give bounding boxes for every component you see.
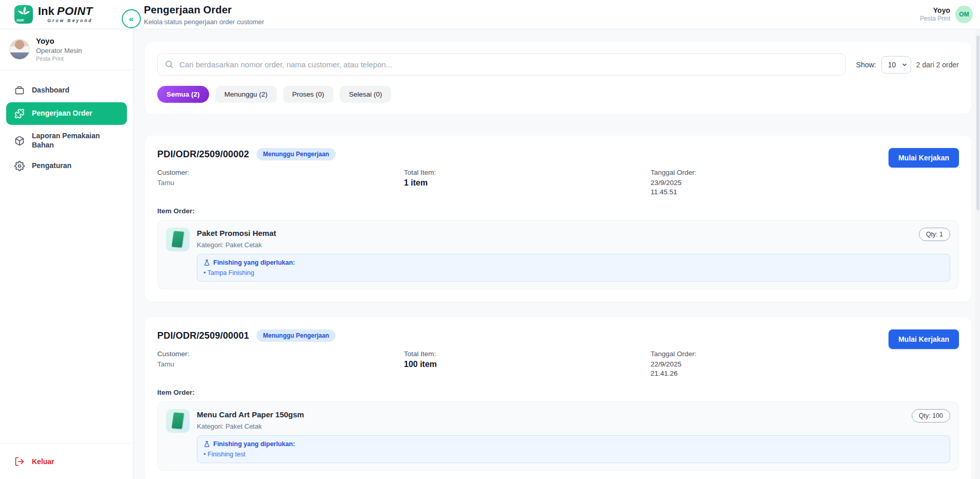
status-badge: Menunggu Pengerjaan xyxy=(256,329,336,342)
item-order-label: Item Order: xyxy=(157,207,959,215)
finishing-box: Finishing yang diperlukan: • Tampa Finis… xyxy=(197,254,950,282)
total-item-label: Total Item: xyxy=(404,169,651,176)
sidebar-divider xyxy=(0,443,133,444)
total-item-value: 100 item xyxy=(404,360,651,369)
product-thumbnail xyxy=(166,228,190,251)
order-total-block: Total Item: 1 item xyxy=(404,169,651,196)
order-customer-block: Customer: Tamu xyxy=(157,169,404,196)
profile-name: Yoyo xyxy=(36,36,82,45)
flask-icon xyxy=(204,441,210,448)
sidebar-item-pengerjaan-order[interactable]: Pengerjaan Order xyxy=(6,102,127,125)
show-label: Show: xyxy=(856,61,876,69)
puzzle-icon xyxy=(14,108,25,119)
finishing-label: Finishing yang diperlukan: xyxy=(213,259,295,266)
search-input[interactable] xyxy=(157,53,846,76)
logout-label: Keluar xyxy=(32,457,54,466)
order-total-block: Total Item: 100 item xyxy=(404,350,651,377)
start-work-button[interactable]: Mulai Kerjakan xyxy=(889,329,959,349)
topbar-user-company: Pesta Print xyxy=(920,15,950,23)
search-filter-panel: Show: 10 2 dari 2 order Semua (2) Menung… xyxy=(145,42,971,114)
customer-value: Tamu xyxy=(157,179,404,187)
order-time-value: 21.41.26 xyxy=(651,370,889,377)
finishing-item: • Finishing test xyxy=(204,451,944,458)
brand-name-primary: Ink xyxy=(38,6,54,17)
qty-badge: Qty: 1 xyxy=(919,228,950,241)
order-item-row: Paket Promosi Hemat Kategori: Paket Ceta… xyxy=(157,220,959,289)
gear-icon xyxy=(14,161,25,171)
page-subtitle: Kelola status pengerjaan order customer xyxy=(144,18,264,26)
status-filter-chips: Semua (2) Menunggu (2) Proses (0) Selesa… xyxy=(157,86,959,103)
sidebar-item-label: Laporan Pemakaian Bahan xyxy=(32,132,109,150)
status-badge: Menunggu Pengerjaan xyxy=(256,148,336,160)
customer-label: Customer: xyxy=(157,169,404,176)
qty-badge: Qty: 100 xyxy=(912,409,950,422)
order-customer-block: Customer: Tamu xyxy=(157,350,404,377)
item-name: Paket Promosi Hemat xyxy=(197,229,950,237)
order-card: PDI/ODR/2509/00001 Menunggu Pengerjaan C… xyxy=(145,317,971,479)
total-item-value: 1 item xyxy=(404,178,651,188)
sidebar: Yoyo Operator Mesin Pesta Print Dashboar… xyxy=(0,29,134,479)
logout-icon xyxy=(14,456,25,467)
sidebar-item-pengaturan[interactable]: Pengaturan xyxy=(0,155,133,177)
customer-label: Customer: xyxy=(157,350,404,358)
cube-icon xyxy=(14,136,25,146)
item-order-label: Item Order: xyxy=(157,389,959,396)
item-name: Menu Card Art Paper 150gsm xyxy=(197,410,950,419)
sidebar-item-dashboard[interactable]: Dashboard xyxy=(0,80,133,101)
sidebar-nav: Dashboard Pengerjaan Order Laporan Pemak… xyxy=(0,70,133,439)
finishing-label: Finishing yang diperlukan: xyxy=(213,440,295,448)
avatar[interactable]: OM xyxy=(955,6,973,23)
scrollbar[interactable] xyxy=(975,29,980,479)
order-item-row: Menu Card Art Paper 150gsm Kategori: Pak… xyxy=(157,401,959,471)
product-thumbnail xyxy=(166,409,190,433)
brand-logo-icon: INK xyxy=(14,5,33,24)
order-time-value: 11.45.51 xyxy=(651,188,889,196)
order-date-block: Tanggal Order: 23/9/2025 11.45.51 xyxy=(651,169,889,196)
ink-splash-icon xyxy=(17,7,30,19)
page-size-select-wrap: 10 xyxy=(881,56,911,73)
filter-chip-selesai[interactable]: Selesai (0) xyxy=(340,86,392,103)
sidebar-item-label: Dashboard xyxy=(32,86,69,95)
brand-logo: INK Ink POINT Grow Beyond xyxy=(0,5,134,24)
profile-photo xyxy=(9,39,30,60)
page-size-select[interactable]: 10 xyxy=(881,56,911,73)
sidebar-profile: Yoyo Operator Mesin Pesta Print xyxy=(0,29,133,70)
order-date-value: 22/9/2025 xyxy=(651,360,889,368)
search-box xyxy=(157,53,846,76)
filter-chip-proses[interactable]: Proses (0) xyxy=(283,86,334,103)
filter-chip-semua[interactable]: Semua (2) xyxy=(157,86,209,103)
top-bar: INK Ink POINT Grow Beyond « Pengerjaan O… xyxy=(0,0,980,29)
profile-role: Operator Mesin xyxy=(36,47,82,54)
start-work-button[interactable]: Mulai Kerjakan xyxy=(889,148,959,168)
customer-value: Tamu xyxy=(157,360,404,368)
item-category: Kategori: Paket Cetak xyxy=(197,241,950,249)
order-date-value: 23/9/2025 xyxy=(651,179,889,187)
sidebar-collapse-button[interactable]: « xyxy=(122,9,141,28)
filter-chip-menunggu[interactable]: Menunggu (2) xyxy=(215,86,277,103)
item-category: Kategori: Paket Cetak xyxy=(197,422,950,430)
order-number: PDI/ODR/2509/00002 xyxy=(157,149,249,160)
logout-button[interactable]: Keluar xyxy=(0,451,133,479)
profile-company: Pesta Print xyxy=(36,56,82,62)
flask-icon xyxy=(204,260,210,266)
brand-name-secondary: POINT xyxy=(57,6,93,17)
result-count: 2 dari 2 order xyxy=(916,61,959,69)
order-date-label: Tanggal Order: xyxy=(651,169,889,176)
order-number: PDI/ODR/2509/00001 xyxy=(157,330,249,341)
sidebar-item-label: Pengerjaan Order xyxy=(32,109,93,118)
brand-icon-label: INK xyxy=(16,18,24,23)
sidebar-item-label: Pengaturan xyxy=(32,161,71,171)
finishing-box: Finishing yang diperlukan: • Finishing t… xyxy=(197,435,950,463)
page-title: Pengerjaan Order xyxy=(144,4,264,16)
sidebar-item-laporan-pemakaian-bahan[interactable]: Laporan Pemakaian Bahan xyxy=(0,126,123,155)
search-icon xyxy=(164,60,174,69)
order-date-label: Tanggal Order: xyxy=(651,350,889,358)
finishing-item: • Tampa Finishing xyxy=(204,269,944,277)
chevron-double-left-icon: « xyxy=(129,14,134,24)
topbar-user[interactable]: Yoyo Pesta Print OM xyxy=(920,6,980,23)
brand-logo-text: Ink POINT Grow Beyond xyxy=(38,6,93,23)
topbar-user-name: Yoyo xyxy=(920,6,950,15)
page-header: Pengerjaan Order Kelola status pengerjaa… xyxy=(144,3,264,26)
total-item-label: Total Item: xyxy=(404,350,651,358)
scrollbar-thumb[interactable] xyxy=(976,35,979,210)
